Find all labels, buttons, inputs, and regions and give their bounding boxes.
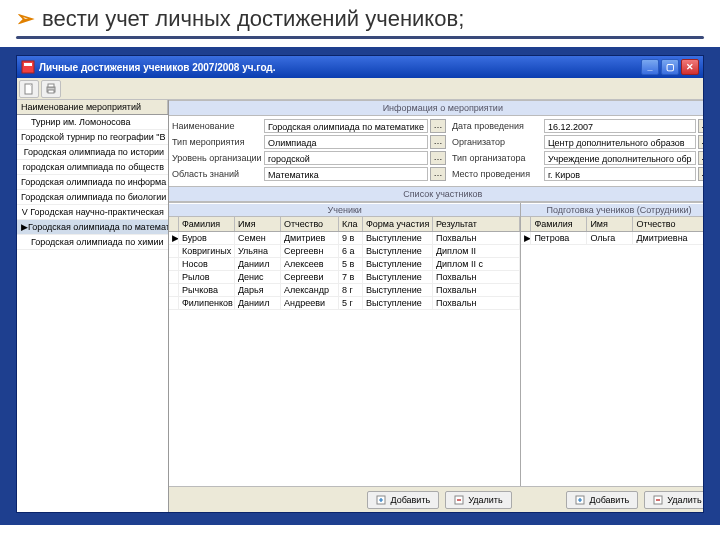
staff-table[interactable]: ▶ПетроваОльгаДмитриевна [521, 232, 703, 486]
svg-rect-5 [48, 90, 54, 93]
info-row: Дата проведения16.12.2007… [452, 119, 703, 133]
info-row: Место проведенияг. Киров… [452, 167, 703, 181]
app-window: Личные достижения учеников 2007/2008 уч.… [16, 55, 704, 513]
divider [16, 36, 704, 39]
events-header-label: Наименование мероприятий [17, 100, 168, 114]
window-titlebar[interactable]: Личные достижения учеников 2007/2008 уч.… [17, 56, 703, 78]
event-row[interactable]: Городская олимпиада по истории [17, 145, 168, 160]
table-row[interactable]: НосовДаниилАлексеев5 вВыступлениеДиплом … [169, 258, 520, 271]
lookup-button[interactable]: … [430, 151, 446, 165]
add-icon [575, 495, 585, 505]
participants-band: Список участников [169, 186, 703, 202]
svg-rect-4 [48, 84, 54, 87]
bullet-arrow-icon: ➢ [16, 6, 34, 32]
info-label: Тип организатора [452, 153, 544, 163]
info-label: Тип мероприятия [172, 137, 264, 147]
table-row[interactable]: ▶БуровСеменДмитриев9 вВыступлениеПохваль… [169, 232, 520, 245]
col-result[interactable]: Результат [433, 217, 520, 231]
info-label: Наименование [172, 121, 264, 131]
lookup-button[interactable]: … [698, 151, 703, 165]
lookup-button[interactable]: … [698, 135, 703, 149]
staff-add-button[interactable]: Добавить [566, 491, 638, 509]
participants-area: Ученики Фамилия Имя Отчество Кла Форма у… [169, 202, 703, 486]
slide-body: Личные достижения учеников 2007/2008 уч.… [0, 47, 720, 525]
info-value[interactable]: 16.12.2007 [544, 119, 696, 133]
add-icon [376, 495, 386, 505]
event-row[interactable]: Турнир им. Ломоносова [17, 115, 168, 130]
info-row: Тип мероприятияОлимпиада… [172, 135, 446, 149]
bottom-bar: Добавить Удалить Добавить Удалить [169, 486, 703, 512]
svg-rect-1 [24, 63, 32, 66]
students-delete-button[interactable]: Удалить [445, 491, 511, 509]
rcol-patronymic[interactable]: Отчество [633, 217, 703, 231]
info-value[interactable]: г. Киров [544, 167, 696, 181]
info-value[interactable]: городской [264, 151, 428, 165]
event-row[interactable]: Городская олимпиада по информа [17, 175, 168, 190]
event-row[interactable]: Городская олимпиада по биологии [17, 190, 168, 205]
delete-icon [454, 495, 464, 505]
students-add-button[interactable]: Добавить [367, 491, 439, 509]
col-form[interactable]: Форма участия [363, 217, 433, 231]
table-row[interactable]: ФилипенковДаниилАндрееви5 гВыступлениеПо… [169, 297, 520, 310]
maximize-button[interactable]: ▢ [661, 59, 679, 75]
table-row[interactable]: РычковаДарьяАлександр8 гВыступлениеПохва… [169, 284, 520, 297]
info-value[interactable]: Олимпиада [264, 135, 428, 149]
info-value[interactable]: Центр дополнительного образов [544, 135, 696, 149]
col-name[interactable]: Имя [235, 217, 281, 231]
info-row: ОрганизаторЦентр дополнительного образов… [452, 135, 703, 149]
students-title: Ученики [169, 203, 520, 217]
staff-header: Фамилия Имя Отчество [521, 217, 703, 232]
col-patronymic[interactable]: Отчество [281, 217, 339, 231]
lookup-button[interactable]: … [430, 119, 446, 133]
info-label: Уровень организации [172, 153, 264, 163]
events-sidebar: Наименование мероприятий Турнир им. Ломо… [17, 100, 169, 512]
event-row[interactable]: V Городская научно-практическая [17, 205, 168, 220]
students-header: Фамилия Имя Отчество Кла Форма участия Р… [169, 217, 520, 232]
toolbar [17, 78, 703, 100]
table-row[interactable]: ▶ПетроваОльгаДмитриевна [521, 232, 703, 245]
info-row: Тип организатораУчреждение дополнительно… [452, 151, 703, 165]
workarea: Наименование мероприятий Турнир им. Ломо… [17, 100, 703, 512]
table-row[interactable]: РыловДенисСергееви7 вВыступлениеПохвальн [169, 271, 520, 284]
lookup-button[interactable]: … [430, 135, 446, 149]
info-row: НаименованиеГородская олимпиада по матем… [172, 119, 446, 133]
rcol-surname[interactable]: Фамилия [531, 217, 587, 231]
minimize-button[interactable]: _ [641, 59, 659, 75]
info-label: Дата проведения [452, 121, 544, 131]
info-value[interactable]: Математика [264, 167, 428, 181]
staff-delete-button[interactable]: Удалить [644, 491, 703, 509]
lookup-button[interactable]: … [698, 167, 703, 181]
app-icon [21, 60, 35, 74]
toolbar-print-button[interactable] [41, 80, 61, 98]
students-table[interactable]: ▶БуровСеменДмитриев9 вВыступлениеПохваль… [169, 232, 520, 486]
slide-title: вести учет личных достижений учеников; [42, 6, 464, 32]
lookup-button[interactable]: … [698, 119, 703, 133]
event-row[interactable]: Городской турнир по географии "В [17, 130, 168, 145]
events-header: Наименование мероприятий [17, 100, 168, 115]
table-row[interactable]: КовригиныхУльянаСергеевн6 аВыступлениеДи… [169, 245, 520, 258]
info-label: Место проведения [452, 169, 544, 179]
info-row: Уровень организациигородской… [172, 151, 446, 165]
lookup-button[interactable]: … [430, 167, 446, 181]
info-band: Информация о мероприятии [169, 100, 703, 116]
info-row: Область знанийМатематика… [172, 167, 446, 181]
staff-title: Подготовка учеников (Сотрудники) [521, 203, 703, 217]
info-value[interactable]: Учреждение дополнительного обр [544, 151, 696, 165]
rcol-name[interactable]: Имя [587, 217, 633, 231]
slide-header: ➢ вести учет личных достижений учеников; [0, 0, 720, 36]
event-row[interactable]: ▶Городская олимпиада по математ [17, 220, 168, 235]
close-button[interactable]: ✕ [681, 59, 699, 75]
info-value[interactable]: Городская олимпиада по математике [264, 119, 428, 133]
info-grid: НаименованиеГородская олимпиада по матем… [169, 116, 703, 186]
toolbar-new-button[interactable] [19, 80, 39, 98]
main-panel: Информация о мероприятии НаименованиеГор… [169, 100, 703, 512]
delete-icon [653, 495, 663, 505]
window-title: Личные достижения учеников 2007/2008 уч.… [39, 62, 276, 73]
info-label: Область знаний [172, 169, 264, 179]
col-class[interactable]: Кла [339, 217, 363, 231]
col-surname[interactable]: Фамилия [179, 217, 235, 231]
event-row[interactable]: городская олимпиада по обществ [17, 160, 168, 175]
events-list[interactable]: Турнир им. ЛомоносоваГородской турнир по… [17, 115, 168, 512]
event-row[interactable]: Городская олимпиада по химии [17, 235, 168, 250]
students-panel: Ученики Фамилия Имя Отчество Кла Форма у… [169, 203, 521, 486]
